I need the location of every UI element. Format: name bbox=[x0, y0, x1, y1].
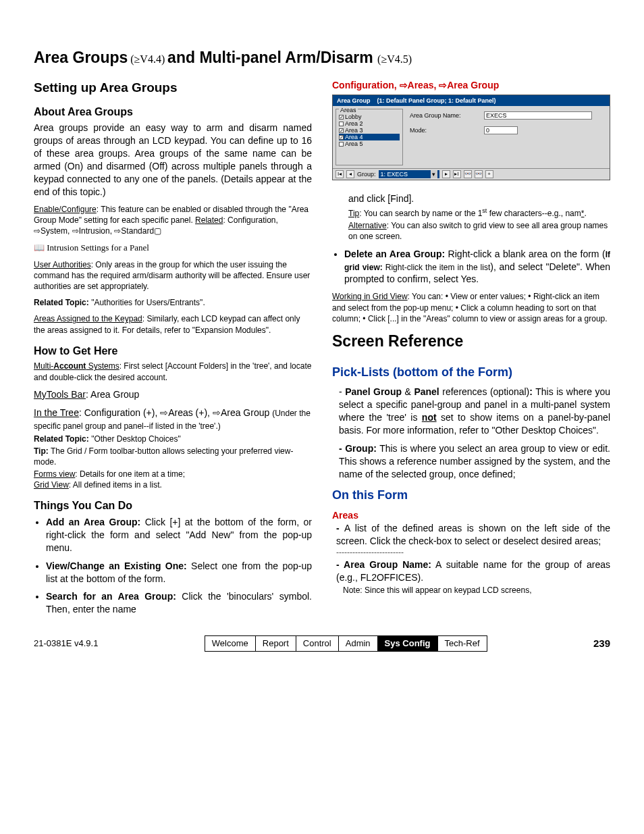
nav-first-icon[interactable]: I◂ bbox=[336, 170, 344, 178]
nav-find-next-icon[interactable]: 👓 bbox=[475, 170, 483, 178]
heading-things: Things You Can Do bbox=[34, 498, 312, 513]
ss-area-5[interactable]: Area 5 bbox=[339, 140, 400, 147]
para-search-tip: Tip: You can search by name or the 1st f… bbox=[348, 207, 610, 219]
nav-last-icon[interactable]: ▸I bbox=[453, 170, 461, 178]
config-path: Configuration, ⇨Areas, ⇨Area Group bbox=[332, 79, 610, 92]
nav-binoculars-icon[interactable]: 👓 bbox=[464, 170, 472, 178]
para-areas-keypad: Areas Assigned to the Keypad: Similarly,… bbox=[34, 313, 312, 335]
nav-add-icon[interactable]: + bbox=[485, 170, 493, 178]
para-alternative: Alternative: You can also switch to grid… bbox=[348, 220, 610, 242]
para-grid-view-working: Working in Grid View: You can: • View or… bbox=[332, 291, 610, 324]
title-part1: Area Groups bbox=[34, 49, 128, 66]
para-pick-panel: - Panel Group & Panel references (option… bbox=[332, 386, 610, 437]
para-user-authorities: User Authorities: Only areas in the grou… bbox=[34, 259, 312, 292]
para-about: Area groups provide an easy way to arm a… bbox=[34, 122, 312, 198]
tab-admin[interactable]: Admin bbox=[339, 636, 378, 651]
ss-area-2[interactable]: Area 2 bbox=[339, 120, 400, 127]
ss-area-3[interactable]: ✓Area 3 bbox=[339, 127, 400, 134]
tab-sysconfig[interactable]: Sys Config bbox=[378, 636, 438, 651]
ss-title-tab: Area Group bbox=[337, 97, 371, 105]
para-view-tip: Tip: The Grid / Form toolbar-button allo… bbox=[34, 446, 312, 467]
ss-title-context: (1: Default Panel Group; 1: Default Pane… bbox=[377, 97, 496, 105]
page-title: Area Groups (≥V4.4) and Multi-panel Arm/… bbox=[34, 47, 610, 68]
nav-group-combo[interactable]: 1: EXECS▾ bbox=[379, 170, 439, 178]
para-grid-view: Grid View: All defined items in a list. bbox=[34, 479, 312, 490]
footer-doc-id: 21-0381E v4.9.1 bbox=[34, 637, 98, 650]
title-ver2: (≥V4.5) bbox=[377, 53, 412, 65]
ss-field-mode-label: Mode: bbox=[410, 126, 484, 134]
footer-tabs: Welcome Report Control Admin Sys Config … bbox=[205, 635, 487, 652]
heading-areas: Areas bbox=[332, 509, 610, 522]
tab-techref[interactable]: Tech-Ref bbox=[438, 636, 487, 651]
para-mytools: MyTools Bar: Area Group bbox=[34, 388, 312, 401]
heading-screen-reference: Screen Reference bbox=[332, 331, 610, 352]
heading-about: About Area Groups bbox=[34, 105, 312, 120]
item-view: View/Change an Existing One: Select one … bbox=[46, 560, 312, 585]
ss-field-name-input[interactable]: EXECS bbox=[484, 111, 592, 120]
ss-area-lobby[interactable]: ✓Lobby bbox=[339, 113, 400, 120]
tab-welcome[interactable]: Welcome bbox=[205, 636, 256, 651]
ss-area-4[interactable]: ✓Area 4 bbox=[339, 134, 400, 140]
nav-prev-icon[interactable]: ◂ bbox=[346, 170, 354, 178]
para-intree: In the Tree: Configuration (+), ⇨Areas (… bbox=[34, 407, 312, 432]
item-delete: Delete an Area Group: Right-click a blan… bbox=[344, 248, 610, 286]
para-multi-account: Multi-Account Systems: First select [Acc… bbox=[34, 361, 312, 382]
para-pick-group: - Group: This is where you select an are… bbox=[332, 442, 610, 481]
link-intrusion-settings[interactable]: 📖 Intrusion Settings for a Panel bbox=[34, 242, 312, 254]
para-find-cont: and click [Find]. bbox=[348, 192, 610, 205]
title-ver1: (≥V4.4) bbox=[130, 53, 165, 65]
nav-group-label: Group: bbox=[357, 170, 376, 178]
ss-areas-group: Areas ✓Lobby Area 2 ✓Area 3 ✓Area 4 Area… bbox=[336, 109, 403, 165]
para-related-topic-2: Related Topic: "Other Desktop Choices" bbox=[34, 434, 312, 444]
heading-how: How to Get Here bbox=[34, 344, 312, 359]
tab-report[interactable]: Report bbox=[256, 636, 296, 651]
para-agn-note: Note: Since this will appear on keypad L… bbox=[332, 585, 610, 596]
heading-onform: On this Form bbox=[332, 487, 610, 503]
para-enable: Enable/Configure: This feature can be en… bbox=[34, 204, 312, 237]
ss-field-mode-input[interactable]: 0 bbox=[484, 126, 518, 134]
screenshot-area-group-form: Area Group (1: Default Panel Group; 1: D… bbox=[332, 95, 610, 180]
page-number: 239 bbox=[593, 637, 610, 650]
para-related-topic-1: Related Topic: "Authorities for Users/En… bbox=[34, 297, 312, 308]
divider-dashes: ------------------------- bbox=[332, 547, 610, 558]
item-search: Search for an Area Group: Click the 'bin… bbox=[46, 590, 312, 616]
heading-setting-up: Setting up Area Groups bbox=[34, 79, 312, 97]
tab-control[interactable]: Control bbox=[296, 636, 339, 651]
ss-field-name-label: Area Group Name: bbox=[410, 111, 484, 120]
para-areas-list: - A list of the defined areas is shown o… bbox=[332, 522, 610, 548]
para-forms-view: Forms view: Details for one item at a ti… bbox=[34, 469, 312, 479]
heading-picklists: Pick-Lists (bottom of the Form) bbox=[332, 364, 610, 380]
item-add: Add an Area Group: Click [+] at the bott… bbox=[46, 516, 312, 554]
nav-next-icon[interactable]: ▸ bbox=[442, 170, 450, 178]
title-part2: and Multi-panel Arm/Disarm bbox=[167, 49, 377, 66]
para-agn: - Area Group Name: A suitable name for t… bbox=[332, 558, 610, 584]
ss-areas-label: Areas bbox=[339, 106, 358, 114]
